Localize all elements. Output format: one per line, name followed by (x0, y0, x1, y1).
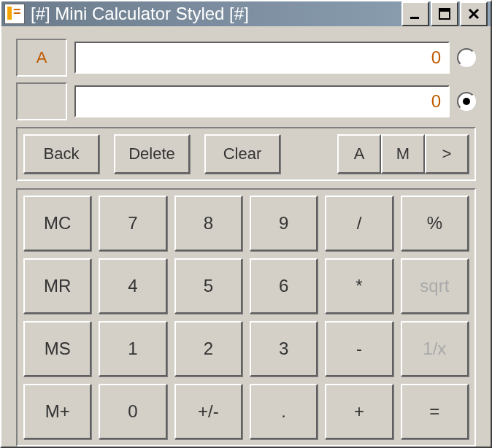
display-b-value: 0 (74, 85, 450, 117)
percent-button[interactable]: % (401, 196, 469, 251)
mc-button[interactable]: MC (23, 196, 91, 251)
calculator-window: [#] Mini Calculator Styled [#] A 0 0 (0, 0, 492, 448)
digit-4-button[interactable]: 4 (99, 258, 166, 314)
multiply-button[interactable]: * (325, 258, 393, 314)
window-title: [#] Mini Calculator Styled [#] (31, 4, 401, 24)
clear-button[interactable]: Clear (204, 134, 280, 174)
digit-7-button[interactable]: 7 (99, 196, 166, 251)
display-row-a: A 0 (16, 39, 476, 76)
digit-5-button[interactable]: 5 (174, 258, 242, 314)
mr-button[interactable]: MR (23, 258, 91, 314)
digit-9-button[interactable]: 9 (250, 196, 318, 251)
inverse-button[interactable]: 1/x (401, 321, 469, 376)
maximize-icon (438, 7, 451, 20)
display-a-radio[interactable] (457, 48, 476, 67)
more-button[interactable]: > (425, 134, 469, 174)
decimal-button[interactable]: . (250, 384, 318, 439)
close-icon (467, 7, 480, 20)
display-a-label: A (16, 39, 67, 77)
maximize-button[interactable] (431, 1, 458, 26)
add-button[interactable]: + (325, 384, 393, 439)
digit-6-button[interactable]: 6 (250, 258, 318, 314)
mode-a-button[interactable]: A (337, 134, 381, 174)
sqrt-button[interactable]: sqrt (401, 258, 469, 314)
display-b-radio[interactable] (457, 92, 476, 111)
delete-button[interactable]: Delete (114, 134, 190, 174)
ms-button[interactable]: MS (23, 321, 91, 376)
edit-panel: Back Delete Clear A M > (16, 127, 476, 181)
titlebar: [#] Mini Calculator Styled [#] (1, 1, 491, 26)
minimize-icon (409, 7, 422, 20)
display-a-value: 0 (74, 42, 450, 74)
display-b-label (16, 82, 67, 120)
client-area: A 0 0 Back Delete Clear A M > MC 7 8 (1, 26, 491, 448)
digit-0-button[interactable]: 0 (99, 384, 166, 439)
mplus-button[interactable]: M+ (23, 384, 91, 439)
window-controls (401, 1, 488, 26)
digit-3-button[interactable]: 3 (250, 321, 318, 376)
divide-button[interactable]: / (325, 196, 393, 251)
display-row-b: 0 (16, 83, 476, 120)
close-button[interactable] (460, 1, 488, 26)
digit-8-button[interactable]: 8 (174, 196, 242, 251)
subtract-button[interactable]: - (325, 321, 393, 376)
digit-1-button[interactable]: 1 (99, 321, 166, 376)
mode-m-button[interactable]: M (381, 134, 425, 174)
keypad: MC 7 8 9 / % MR 4 5 6 * sqrt MS 1 2 3 - … (16, 188, 476, 447)
equals-button[interactable]: = (401, 384, 469, 439)
app-icon (4, 4, 25, 24)
svg-rect-0 (410, 17, 419, 19)
minimize-button[interactable] (401, 1, 429, 26)
back-button[interactable]: Back (23, 134, 99, 174)
digit-2-button[interactable]: 2 (174, 321, 242, 376)
radio-dot-icon (463, 98, 470, 105)
sign-button[interactable]: +/- (174, 384, 242, 439)
svg-rect-2 (439, 9, 450, 12)
